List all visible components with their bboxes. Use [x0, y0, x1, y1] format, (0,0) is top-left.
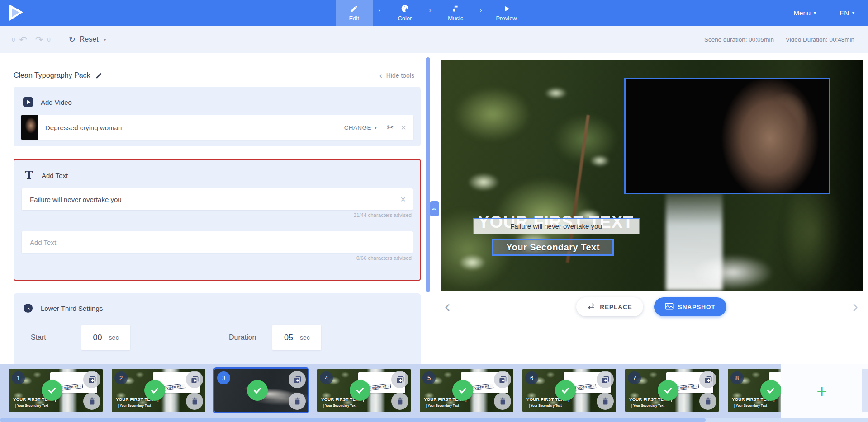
- snapshot-image-icon: [665, 303, 674, 311]
- start-value: 00: [93, 333, 102, 342]
- duplicate-scene-button[interactable]: [494, 371, 511, 388]
- trim-scissors-icon[interactable]: ✂: [387, 122, 394, 132]
- clear-primary-text-icon[interactable]: ×: [400, 195, 406, 204]
- video-icon: [22, 97, 34, 108]
- video-thumbnail[interactable]: [21, 115, 38, 140]
- app-logo[interactable]: [6, 3, 26, 23]
- scene-number-badge: 6: [525, 371, 538, 384]
- language-label: EN: [840, 9, 849, 17]
- video-duration-text: Video Duration: 00:48min: [786, 36, 854, 43]
- secondary-text-input[interactable]: [22, 231, 413, 253]
- duplicate-scene-button[interactable]: [699, 371, 716, 388]
- start-label: Start: [31, 333, 59, 342]
- delete-scene-button[interactable]: [597, 393, 614, 410]
- redo-count: 0: [47, 36, 50, 43]
- video-clip-row: Depressed crying woman CHANGE ▾ ✂ ×: [21, 115, 413, 140]
- scene-thumbnail[interactable]: YOUR VIDEO HE.. YOUR FIRST TEXT | | Your…: [625, 369, 719, 412]
- video-preview-stage[interactable]: YOUR FIRST TEXT Failure will never overt…: [441, 60, 863, 291]
- primary-text-input[interactable]: [22, 188, 413, 210]
- clock-icon: [22, 303, 34, 313]
- add-scene-button[interactable]: +: [806, 380, 838, 403]
- sidebar-scrollbar[interactable]: [426, 57, 430, 292]
- delete-scene-button[interactable]: [186, 393, 203, 410]
- timeline-scrollbar-track: [0, 418, 868, 422]
- tab-music[interactable]: Music: [437, 0, 474, 26]
- hide-tools-button[interactable]: ‹ Hide tools: [379, 71, 414, 80]
- chevron-right-icon: ›: [429, 7, 431, 14]
- delete-scene-button[interactable]: [391, 393, 408, 410]
- add-text-header: Add Text: [42, 172, 68, 179]
- chevron-down-icon: ▾: [375, 125, 377, 130]
- editor-toolbar: 0 ↶ ↷ 0 ↻ Reset ▾ Scene duration: 00:05m…: [0, 26, 868, 53]
- chevron-down-icon: ▾: [104, 37, 106, 42]
- scene-thumbnail[interactable]: YOUR VIDEO HE.. YOUR FIRST TEXT | | Your…: [522, 369, 616, 412]
- reset-label: Reset: [80, 35, 99, 43]
- edit-title-pencil-icon[interactable]: [95, 72, 102, 79]
- scene-thumbnail[interactable]: 3: [214, 369, 308, 412]
- palette-icon: [400, 4, 409, 13]
- redo-icon[interactable]: ↷: [35, 35, 43, 44]
- tab-color[interactable]: Color: [386, 0, 423, 26]
- timeline-scrollbar-thumb[interactable]: [0, 418, 706, 422]
- scene-complete-check-icon: [144, 380, 165, 401]
- panel-resize-handle[interactable]: ◂▸: [430, 201, 439, 216]
- chevron-left-icon: ‹: [379, 71, 382, 80]
- tab-preview[interactable]: Preview: [488, 0, 525, 26]
- scene-complete-check-icon: [247, 380, 268, 401]
- duplicate-scene-button[interactable]: [83, 371, 100, 388]
- primary-text-overlay[interactable]: Failure will never overtake you: [473, 218, 640, 234]
- scene-number-badge: 5: [422, 371, 436, 384]
- scene-number-badge: 3: [217, 371, 230, 384]
- scene-thumbnail[interactable]: YOUR VIDEO HE.. YOUR FIRST TEXT | | Your…: [9, 369, 103, 412]
- scene-secondary-text: | Your Secondary Text: [118, 404, 151, 407]
- menu-dropdown[interactable]: Menu ▾: [794, 9, 816, 17]
- chevron-right-icon: ›: [480, 7, 482, 14]
- scene-thumbnail[interactable]: YOUR VIDEO HE.. YOUR FIRST TEXT | | Your…: [420, 369, 513, 412]
- duration-input[interactable]: 05 sec: [272, 325, 321, 350]
- inset-video-layer[interactable]: [624, 78, 830, 194]
- chevron-down-icon: ▾: [814, 10, 816, 15]
- snapshot-button[interactable]: SNAPSHOT: [654, 297, 726, 316]
- chevron-down-icon: ▾: [852, 10, 854, 15]
- add-text-section: T Add Text × 31/44 characters advised 0/…: [14, 159, 421, 281]
- start-time-input[interactable]: 00 sec: [81, 325, 130, 350]
- duplicate-scene-button[interactable]: [289, 371, 306, 388]
- change-label: CHANGE: [344, 124, 371, 131]
- undo-icon[interactable]: ↶: [19, 35, 27, 44]
- top-navigation-bar: Edit › Color › Music › Preview Menu ▾: [0, 0, 868, 26]
- tab-edit[interactable]: Edit: [336, 0, 373, 26]
- scene-thumbnail[interactable]: YOUR VIDEO HE.. YOUR FIRST TEXT | | Your…: [728, 369, 781, 412]
- change-video-button[interactable]: CHANGE ▾: [344, 124, 377, 131]
- menu-label: Menu: [794, 9, 811, 17]
- duplicate-scene-button[interactable]: [391, 371, 408, 388]
- secondary-text-counter: 0/66 characters advised: [22, 255, 412, 261]
- waterfall-splash-decoration: [692, 254, 773, 291]
- secondary-text-overlay[interactable]: Your Secondary Text: [492, 239, 614, 256]
- delete-scene-button[interactable]: [83, 393, 100, 410]
- chevron-right-icon: ›: [379, 7, 380, 14]
- duplicate-scene-button[interactable]: [597, 371, 614, 388]
- duplicate-scene-button[interactable]: [186, 371, 203, 388]
- scene-preview-panel: YOUR FIRST TEXT Failure will never overt…: [435, 53, 868, 364]
- scene-number-badge: 8: [730, 371, 744, 384]
- language-dropdown[interactable]: EN ▾: [840, 9, 854, 17]
- scene-complete-check-icon: [452, 380, 473, 401]
- video-clip-name: Depressed crying woman: [45, 124, 344, 131]
- tab-label: Color: [398, 15, 412, 22]
- scene-complete-check-icon: [760, 380, 781, 401]
- leaf-highlight: [545, 87, 567, 99]
- music-note-icon: [451, 5, 460, 13]
- reset-button[interactable]: ↻ Reset ▾: [69, 34, 106, 44]
- undo-count: 0: [12, 36, 15, 43]
- replace-button[interactable]: REPLACE: [576, 297, 643, 316]
- scene-thumbnail[interactable]: YOUR VIDEO HE.. YOUR FIRST TEXT | | Your…: [317, 369, 411, 412]
- delete-scene-button[interactable]: [289, 393, 306, 410]
- delete-scene-button[interactable]: [494, 393, 511, 410]
- play-icon: [503, 5, 511, 13]
- leaf-highlight: [468, 173, 499, 191]
- scene-thumbnail[interactable]: YOUR VIDEO HE.. YOUR FIRST TEXT | | Your…: [112, 369, 205, 412]
- remove-video-icon[interactable]: ×: [401, 122, 406, 133]
- delete-scene-button[interactable]: [699, 393, 716, 410]
- scene-complete-check-icon: [658, 380, 678, 401]
- start-unit: sec: [109, 334, 119, 341]
